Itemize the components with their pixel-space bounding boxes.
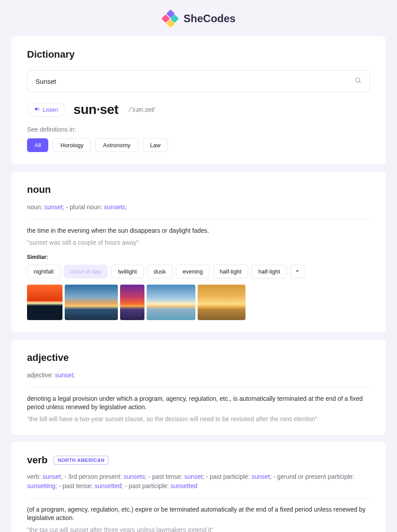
see-definitions-label: See definitions in:: [27, 126, 370, 133]
similar-chip[interactable]: half-light: [252, 265, 287, 278]
sunset-thumbnail[interactable]: [198, 285, 245, 320]
noun-card: noun noun: sunset; - plural noun: sunset…: [11, 172, 386, 332]
search-input[interactable]: [35, 78, 354, 85]
verb-definition: (of a program, agency, regulation, etc.)…: [27, 505, 370, 523]
similar-chip[interactable]: close of day: [64, 265, 108, 278]
similar-chip[interactable]: dusk: [147, 265, 172, 278]
noun-example: "sunset was still a couple of hours away…: [27, 239, 370, 246]
verb-forms: verb: sunset; - 3rd person present: suns…: [27, 472, 370, 498]
listen-label: Listen: [43, 106, 58, 113]
category-chip-law[interactable]: Law: [143, 138, 168, 152]
brand-name: SheCodes: [183, 12, 235, 25]
listen-button[interactable]: Listen: [27, 103, 66, 117]
verb-example: "the tax cut will sunset after three yea…: [27, 526, 370, 532]
category-chip-horology[interactable]: Horology: [53, 138, 91, 152]
chevron-down-icon: [295, 269, 300, 273]
search-icon[interactable]: [354, 77, 362, 86]
similar-label: Similiar:: [27, 254, 370, 260]
region-badge: NORTH AMERICAN: [54, 456, 108, 465]
svg-point-4: [356, 78, 360, 82]
sunset-thumbnail[interactable]: [120, 285, 144, 320]
noun-forms: noun: sunset; - plural noun: sunsets;: [27, 203, 370, 219]
verb-header: verb NORTH AMERICAN: [27, 454, 370, 466]
similar-chip[interactable]: nightfall: [27, 265, 60, 278]
similar-chip[interactable]: half-light: [213, 265, 248, 278]
pos-title-noun: noun: [27, 184, 370, 196]
sunset-thumbnail[interactable]: [65, 285, 118, 320]
phonetic: /ˈsənˌset/: [129, 106, 155, 113]
svg-line-5: [359, 82, 361, 83]
word-display: sun·set: [74, 102, 119, 117]
word-header-row: Listen sun·set /ˈsənˌset/: [27, 102, 370, 117]
pos-title-verb: verb: [27, 454, 47, 466]
search-box[interactable]: [27, 70, 370, 92]
adjective-forms: adjective: sunset;: [27, 371, 370, 387]
brand-header: SheCodes: [0, 0, 397, 36]
sunset-thumbnail[interactable]: [147, 285, 195, 320]
adjective-example: "the bill will have a two-year sunset cl…: [27, 415, 370, 422]
search-card: Dictionary Listen sun·set /ˈsənˌset/ See…: [11, 36, 386, 164]
sunset-thumbnail[interactable]: [27, 285, 62, 320]
audio-icon: [35, 106, 40, 113]
noun-definition: the time in the evening when the sun dis…: [27, 227, 370, 235]
similar-chip[interactable]: twillight: [111, 265, 144, 278]
expand-similar-button[interactable]: [290, 265, 304, 278]
category-chip-astronomy[interactable]: Astronomy: [95, 138, 138, 152]
adjective-definition: denoting a legal provision under which a…: [27, 395, 370, 412]
page-title: Dictionary: [27, 49, 370, 60]
category-chip-row: AllHorologyAstronomyLaw: [27, 138, 370, 152]
similar-chip[interactable]: evening: [176, 265, 210, 278]
category-chip-all[interactable]: All: [27, 138, 48, 152]
adjective-card: adjective adjective: sunset; denoting a …: [11, 340, 386, 435]
pos-title-adjective: adjective: [27, 352, 370, 364]
image-thumbnails-row: [27, 285, 370, 320]
brand-logo-icon: [161, 10, 179, 27]
verb-card: verb NORTH AMERICAN verb: sunset; - 3rd …: [11, 442, 386, 532]
similar-row: nightfallclose of daytwillightduskevenin…: [27, 265, 370, 278]
